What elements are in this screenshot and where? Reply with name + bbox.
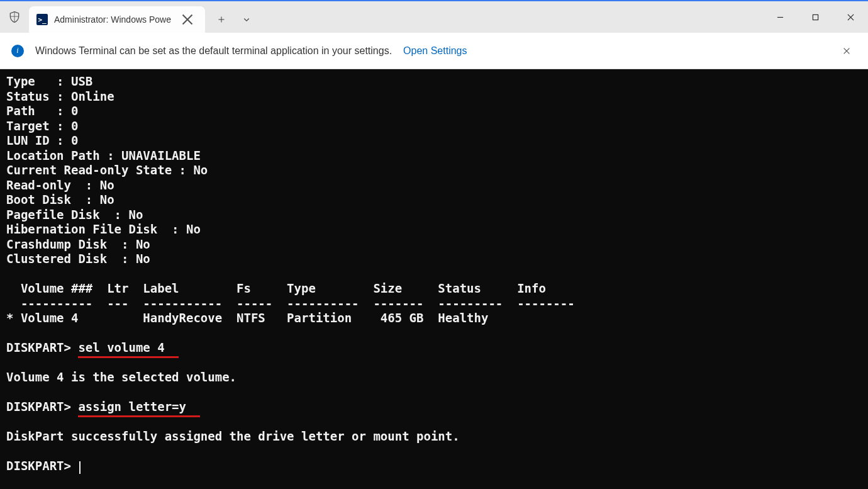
- tab-close-button[interactable]: [180, 12, 195, 27]
- tab-actions: [210, 6, 258, 33]
- app-window: >_ Administrator: Windows Powe: [0, 0, 868, 489]
- infobar-close-button[interactable]: [837, 41, 857, 61]
- prompt-1: DISKPART>: [6, 340, 78, 354]
- minimize-button[interactable]: [762, 1, 798, 33]
- close-button[interactable]: [833, 1, 868, 33]
- disk-detail-block: Type : USB Status : Online Path : 0 Targ…: [6, 74, 208, 266]
- response-1: Volume 4 is the selected volume.: [6, 370, 236, 384]
- tab-dropdown-button[interactable]: [235, 8, 258, 31]
- info-bar: i Windows Terminal can be set as the def…: [0, 33, 868, 69]
- prompt-3: DISKPART>: [6, 459, 78, 473]
- terminal-output[interactable]: Type : USB Status : Online Path : 0 Targ…: [0, 69, 868, 489]
- info-text: Windows Terminal can be set as the defau…: [35, 45, 392, 57]
- powershell-icon: >_: [36, 14, 48, 25]
- command-sel-volume: sel volume 4: [78, 340, 164, 354]
- tab-title: Administrator: Windows Powe: [54, 14, 180, 25]
- text-cursor: [79, 461, 81, 474]
- info-icon: i: [11, 45, 24, 57]
- volume-table: Volume ### Ltr Label Fs Type Size Status…: [6, 281, 575, 325]
- title-bar: >_ Administrator: Windows Powe: [0, 1, 868, 33]
- svg-rect-5: [813, 14, 818, 20]
- window-controls: [762, 1, 868, 33]
- open-settings-link[interactable]: Open Settings: [403, 45, 467, 57]
- command-assign-letter: assign letter=y: [78, 400, 186, 413]
- maximize-button[interactable]: [798, 1, 833, 33]
- response-2: DiskPart successfully assigned the drive…: [6, 429, 460, 443]
- prompt-2: DISKPART>: [6, 400, 78, 413]
- tab-powershell[interactable]: >_ Administrator: Windows Powe: [29, 6, 205, 33]
- new-tab-button[interactable]: [210, 8, 233, 31]
- shield-icon: [0, 1, 29, 33]
